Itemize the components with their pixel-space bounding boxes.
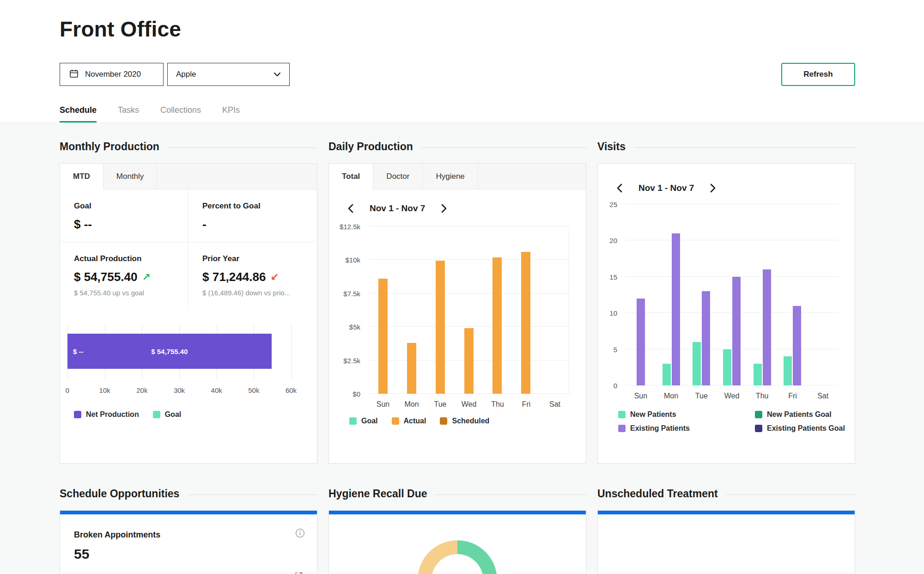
tab-schedule[interactable]: Schedule — [60, 105, 97, 122]
info-icon[interactable] — [295, 528, 305, 540]
bar-existing-patients — [793, 306, 801, 385]
tab-monthly[interactable]: Monthly — [103, 164, 158, 189]
main-nav-tabs: Schedule Tasks Collections KPIs — [60, 105, 855, 122]
monthly-production-chart: $ --$ 54,755.40 010k20k30k40k50k60k — [60, 307, 317, 397]
hygiene-recall-section: Hygiene Recall Due — [328, 488, 586, 574]
y-tick-label: $5k — [349, 323, 360, 331]
x-tick-label: Wed — [717, 385, 747, 400]
stat-subtext: $ (16,489.46) down vs prio... — [202, 289, 308, 297]
stat-value: $ -- — [74, 217, 92, 232]
section-head-daily-production: Daily Production — [328, 140, 586, 153]
date-range-label: Nov 1 - Nov 7 — [638, 183, 694, 193]
y-tick-label: 5 — [614, 345, 617, 353]
stat-value: - — [202, 217, 207, 232]
x-tick-label: 50k — [248, 386, 259, 394]
prev-week-button[interactable] — [347, 203, 354, 214]
visits-date-range-nav: Nov 1 - Nov 7 — [598, 164, 855, 204]
prev-week-button[interactable] — [616, 183, 623, 193]
tab-collections[interactable]: Collections — [160, 105, 201, 122]
y-tick-label: $12.5k — [340, 223, 360, 231]
monthly-production-card: MTD Monthly Goal $ -- Percent to Goal - — [60, 163, 317, 464]
bar-group — [717, 204, 747, 385]
legend-swatch — [755, 411, 762, 418]
tab-total[interactable]: Total — [329, 164, 373, 189]
bar-new-patients — [663, 364, 671, 385]
metric-label: Broken Appointments — [74, 530, 303, 540]
next-week-button[interactable] — [441, 203, 447, 214]
x-tick-label: Mon — [656, 385, 687, 400]
tab-kpis[interactable]: KPIs — [222, 105, 240, 122]
provider-select[interactable]: Apple — [167, 63, 290, 86]
daily-production-legend: GoalActualScheduled — [349, 417, 586, 425]
y-tick-label: $10k — [345, 256, 360, 264]
section-title: Schedule Opportunities — [60, 488, 179, 500]
bar-actual — [492, 257, 502, 394]
section-rule — [188, 495, 317, 495]
section-head-schedule-opportunities: Schedule Opportunities — [60, 488, 317, 500]
tab-doctor[interactable]: Doctor — [373, 164, 423, 189]
legend-swatch — [392, 417, 399, 425]
bar-existing-patients — [637, 299, 645, 385]
front-office-dashboard: Front Office November 2020 Apple Refresh… — [0, 0, 924, 572]
external-link-icon[interactable] — [294, 571, 303, 574]
section-title: Visits — [597, 140, 626, 153]
unscheduled-treatment-card — [597, 510, 855, 574]
card-accent-bar — [598, 511, 855, 514]
section-rule — [421, 147, 586, 148]
bar-new-patients — [784, 356, 792, 385]
stat-label: Actual Production — [74, 254, 179, 263]
daily-date-range-nav: Nov 1 - Nov 7 — [329, 189, 586, 226]
month-picker[interactable]: November 2020 — [60, 63, 164, 86]
tab-tasks[interactable]: Tasks — [118, 105, 139, 122]
x-tick-label: 60k — [286, 386, 297, 394]
bar-actual — [436, 261, 445, 394]
bar-existing-patients — [732, 277, 741, 385]
stat-label: Percent to Goal — [202, 202, 308, 211]
bar-existing-patients — [763, 269, 771, 385]
legend-item: Existing Patients Goal — [755, 424, 845, 433]
stat-value: $ 54,755.40 — [74, 270, 137, 284]
legend-item: Goal — [153, 410, 182, 419]
cards-row-2: Schedule Opportunities Broken Appointmen… — [60, 488, 855, 574]
bars — [626, 204, 838, 385]
visits-chart: 0510152025 SunMonTueWedThuFriSat — [598, 204, 838, 400]
month-picker-value: November 2020 — [85, 70, 141, 79]
bars — [369, 226, 569, 394]
hygiene-donut — [418, 540, 497, 574]
section-rule — [435, 495, 586, 495]
bar-existing-patients — [702, 291, 710, 385]
refresh-button[interactable]: Refresh — [781, 63, 855, 86]
legend-item: New Patients — [618, 410, 736, 419]
legend-label: Actual — [404, 417, 426, 425]
section-head-visits: Visits — [597, 140, 855, 153]
legend-swatch — [618, 411, 626, 418]
bar-new-patients — [754, 364, 762, 385]
tab-mtd[interactable]: MTD — [60, 164, 103, 189]
bar-group — [483, 226, 511, 394]
tab-hygiene[interactable]: Hygiene — [423, 164, 478, 189]
stat-subtext: $ 54,755.40 up vs goal — [74, 289, 179, 297]
legend-swatch — [74, 411, 81, 418]
controls-row: November 2020 Apple Refresh — [60, 63, 855, 86]
y-tick-label: $0 — [353, 390, 360, 398]
daily-production-tabs: Total Doctor Hygiene — [329, 164, 586, 189]
legend-swatch — [153, 411, 160, 418]
legend-item: Goal — [349, 417, 378, 425]
next-week-button[interactable] — [710, 183, 716, 193]
x-tick-label: Sun — [369, 394, 397, 409]
gridline — [291, 324, 292, 380]
y-tick-label: 20 — [609, 237, 617, 244]
schedule-opportunities-card: Broken Appointments 55 Patients with Can… — [60, 510, 317, 574]
x-tick-label: Thu — [747, 385, 778, 400]
legend-item: Actual — [392, 417, 426, 425]
bar-existing-patients — [672, 233, 680, 385]
monthly-production-section: Monthly Production MTD Monthly Goal $ -- — [60, 140, 317, 464]
bar-group — [369, 226, 397, 394]
y-tick-label: 0 — [614, 382, 617, 390]
visits-section: Visits Nov 1 - Nov 7 — [597, 140, 855, 464]
broken-appointments-metric: Broken Appointments 55 Patients with Can… — [60, 514, 317, 574]
section-title: Unscheduled Treatment — [597, 488, 718, 500]
section-title: Daily Production — [328, 140, 413, 153]
legend-item: Scheduled — [440, 417, 489, 425]
section-title: Hygiene Recall Due — [328, 488, 427, 500]
